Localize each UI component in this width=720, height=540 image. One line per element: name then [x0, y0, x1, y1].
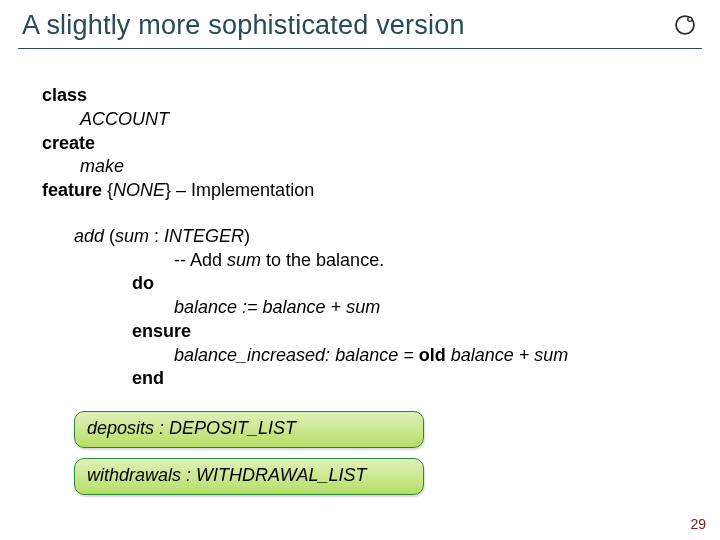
- line-postcondition: balance_increased: balance = old balance…: [74, 344, 694, 368]
- ring-logo-icon: [672, 12, 698, 38]
- line-classname: ACCOUNT: [42, 108, 694, 132]
- deposits-type: DEPOSIT_LIST: [169, 418, 296, 438]
- line-create: create: [42, 132, 694, 156]
- routine-name: add: [74, 226, 109, 246]
- comment-var: sum: [227, 250, 261, 270]
- callout-group: deposits : DEPOSIT_LIST withdrawals : WI…: [42, 411, 694, 495]
- withdrawals-type: WITHDRAWAL_LIST: [196, 465, 366, 485]
- routine-type: INTEGER: [164, 226, 244, 246]
- kw-end: end: [132, 368, 164, 388]
- svg-point-1: [688, 17, 692, 21]
- kw-ensure: ensure: [132, 321, 191, 341]
- line-feature: feature {NONE} – Implementation: [42, 179, 694, 203]
- line-routine-comment: -- Add sum to the balance.: [74, 249, 694, 273]
- line-routine-sig: add (sum : INTEGER): [74, 225, 694, 249]
- routine-arg: sum: [115, 226, 154, 246]
- deposits-colon: :: [159, 418, 169, 438]
- sig-close: ): [244, 226, 250, 246]
- line-class: class: [42, 84, 694, 108]
- kw-create: create: [42, 133, 95, 153]
- post-pre: balance =: [335, 345, 419, 365]
- post-post: balance + sum: [446, 345, 569, 365]
- deposits-name: deposits: [87, 418, 159, 438]
- slide: A slightly more sophisticated version cl…: [0, 0, 720, 540]
- line-body-stmt: balance := balance + sum: [74, 296, 694, 320]
- kw-old: old: [419, 345, 446, 365]
- withdrawals-colon: :: [186, 465, 196, 485]
- routine-block: add (sum : INTEGER) -- Add sum to the ba…: [42, 225, 694, 391]
- withdrawals-name: withdrawals: [87, 465, 186, 485]
- title-row: A slightly more sophisticated version: [22, 10, 698, 41]
- code-body: class ACCOUNT create make feature {NONE}…: [42, 84, 694, 505]
- line-ensure: ensure: [74, 320, 694, 344]
- page-title: A slightly more sophisticated version: [22, 10, 465, 41]
- title-underline: [18, 48, 702, 49]
- feature-scope-none: NONE: [113, 180, 165, 200]
- comment-prefix: -- Add: [174, 250, 227, 270]
- post-tag: balance_increased:: [174, 345, 335, 365]
- kw-feature: feature: [42, 180, 102, 200]
- kw-do: do: [132, 273, 154, 293]
- callout-deposits: deposits : DEPOSIT_LIST: [74, 411, 424, 448]
- feature-comment: – Implementation: [171, 180, 314, 200]
- kw-class: class: [42, 85, 87, 105]
- class-name: ACCOUNT: [80, 109, 169, 129]
- page-number: 29: [690, 516, 706, 532]
- callout-withdrawals: withdrawals : WITHDRAWAL_LIST: [74, 458, 424, 495]
- line-end: end: [74, 367, 694, 391]
- line-make: make: [42, 155, 694, 179]
- feature-scope-open: {: [102, 180, 113, 200]
- comment-tail: to the balance.: [261, 250, 384, 270]
- routine-colon: :: [154, 226, 164, 246]
- line-do: do: [74, 272, 694, 296]
- create-proc: make: [80, 156, 124, 176]
